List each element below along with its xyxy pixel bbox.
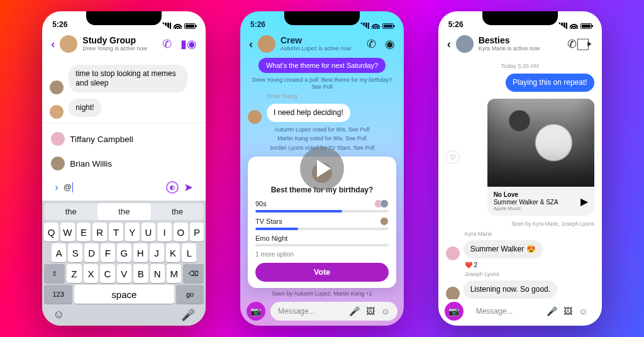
chat-avatar[interactable] — [258, 35, 275, 53]
message-reaction[interactable]: ❤️ 2 — [465, 262, 594, 268]
audio-call-icon[interactable]: ✆ — [162, 37, 172, 51]
key-z[interactable]: z — [67, 264, 81, 283]
key-t[interactable]: t — [109, 223, 123, 241]
key-j[interactable]: j — [150, 243, 164, 262]
mic-key[interactable]: 🎤 — [181, 308, 195, 322]
audio-call-icon[interactable]: ✆ — [567, 37, 577, 51]
chat-title[interactable]: Study Group — [82, 36, 157, 45]
key-o[interactable]: o — [174, 223, 188, 241]
send-button[interactable]: ➤ — [184, 180, 193, 194]
camera-button[interactable]: 📷 — [247, 302, 265, 321]
back-icon[interactable]: ‹ — [447, 38, 451, 51]
battery-icon — [184, 23, 196, 29]
seen-by: Seen by Autumn Lopez, Martin Kang +1 — [248, 290, 396, 297]
key-d[interactable]: d — [84, 243, 99, 262]
chat-avatar[interactable] — [60, 35, 77, 53]
sender-avatar[interactable] — [50, 80, 64, 94]
key-g[interactable]: g — [117, 243, 131, 262]
expand-icon[interactable]: › — [55, 182, 58, 193]
message-bubble[interactable]: Summer Walker 😍 — [464, 240, 543, 258]
suggestion[interactable]: the — [151, 203, 204, 220]
chat-title[interactable]: Besties — [479, 36, 562, 45]
poll-option[interactable]: Emo Night — [255, 235, 389, 246]
suggestion[interactable]: the — [97, 203, 151, 220]
key-w[interactable]: w — [60, 223, 75, 241]
poll-more-options[interactable]: 1 more option — [255, 251, 389, 258]
react-button[interactable]: ♡ — [446, 150, 460, 164]
key-m[interactable]: m — [167, 264, 181, 283]
question-banner[interactable]: What's the theme for next Saturday? — [258, 58, 386, 73]
status-time: 5:26 — [52, 20, 67, 29]
message-bubble[interactable]: I need help deciding! — [267, 104, 350, 122]
gallery-icon[interactable]: 🖼 — [366, 306, 375, 316]
chat-avatar[interactable] — [456, 35, 474, 53]
sender-avatar[interactable] — [446, 287, 460, 299]
key-l[interactable]: l — [182, 243, 196, 262]
key-123[interactable]: 123 — [44, 285, 72, 304]
chat-title[interactable]: Crew — [280, 36, 362, 45]
key-k[interactable]: k — [166, 243, 180, 262]
key-a[interactable]: a — [52, 243, 66, 262]
key-e[interactable]: e — [77, 223, 91, 241]
system-message[interactable]: Drew Young created a poll: Best theme fo… — [248, 77, 396, 91]
sender-avatar[interactable] — [50, 105, 64, 119]
chat-body: What's the theme for next Saturday? Drew… — [240, 58, 404, 299]
video-call-icon[interactable]: ⃞▸ — [586, 37, 593, 51]
key-p[interactable]: p — [190, 223, 204, 241]
message-bubble-sent[interactable]: Playing this on repeat! — [506, 74, 594, 92]
vote-button[interactable]: Vote — [255, 263, 389, 282]
key-go[interactable]: go — [176, 285, 204, 304]
key-u[interactable]: u — [142, 223, 156, 241]
key-n[interactable]: n — [150, 264, 165, 283]
message-input[interactable]: Message...🎤🖼☺ — [469, 302, 596, 321]
mic-icon[interactable]: 🎤 — [349, 306, 360, 316]
sender-avatar[interactable] — [446, 246, 460, 260]
message-input[interactable]: Message...🎤🖼☺ — [270, 302, 397, 321]
key-shift[interactable]: ⇧ — [44, 264, 65, 283]
key-backspace[interactable]: ⌫ — [183, 264, 204, 283]
timestamp: Today 5:26 AM — [446, 63, 594, 69]
system-message[interactable]: Autumn Lopez voted for 90s. See Poll — [248, 126, 396, 133]
chat-body: Today 5:26 AM Playing this on repeat! ♡ … — [438, 58, 602, 299]
camera-button[interactable]: 📷 — [445, 302, 464, 321]
video-call-icon[interactable]: ▮◉ — [180, 37, 197, 51]
key-b[interactable]: b — [133, 264, 148, 283]
system-message[interactable]: Jordan Lyons voted for TV Stars. See Pol… — [248, 145, 396, 152]
message-bubble[interactable]: Listening now. So good. — [464, 280, 557, 299]
sticker-icon[interactable]: ☺ — [579, 306, 587, 316]
gallery-icon[interactable]: 🖼 — [564, 306, 572, 316]
mention-suggestion[interactable]: Brian Willis — [50, 152, 198, 173]
poll-option[interactable]: TV Stars — [255, 217, 389, 230]
play-icon[interactable]: ▶ — [580, 196, 588, 207]
battery-icon — [580, 23, 592, 29]
sticker-icon[interactable]: ☺ — [381, 306, 390, 316]
key-c[interactable]: c — [100, 264, 114, 283]
key-s[interactable]: s — [68, 243, 82, 262]
gif-button[interactable]: ◐ — [166, 181, 179, 194]
key-i[interactable]: i — [157, 223, 172, 241]
message-input[interactable]: @ — [64, 182, 162, 193]
emoji-key[interactable]: ☺ — [53, 308, 64, 322]
audio-call-icon[interactable]: ✆ — [367, 37, 376, 51]
key-h[interactable]: h — [133, 243, 148, 262]
poll-option[interactable]: 90s — [255, 199, 389, 213]
music-share-card[interactable]: No LoveSummer Walker & SZAApple Music ▶ — [487, 99, 594, 216]
sender-avatar[interactable] — [248, 110, 262, 124]
message-bubble[interactable]: night! — [69, 99, 101, 117]
mic-icon[interactable]: 🎤 — [547, 306, 557, 316]
suggestion[interactable]: the — [44, 203, 97, 220]
back-icon[interactable]: ‹ — [51, 38, 55, 51]
back-icon[interactable]: ‹ — [249, 38, 253, 51]
key-r[interactable]: r — [92, 223, 107, 241]
key-space[interactable]: space — [74, 285, 174, 304]
key-f[interactable]: f — [101, 243, 115, 262]
key-v[interactable]: v — [117, 264, 131, 283]
key-q[interactable]: q — [44, 223, 58, 241]
mention-suggestion[interactable]: Tiffany Campbell — [50, 127, 198, 152]
poll-card[interactable]: Best theme for my birthday? 90s TV Stars… — [248, 157, 396, 288]
key-y[interactable]: y — [125, 223, 140, 241]
message-bubble[interactable]: time to stop looking at memes and sleep — [69, 65, 187, 92]
video-call-icon[interactable]: ◉ — [385, 37, 395, 51]
key-x[interactable]: x — [84, 264, 98, 283]
system-message[interactable]: Martin Kang voted for 90s. See Poll — [248, 135, 396, 142]
